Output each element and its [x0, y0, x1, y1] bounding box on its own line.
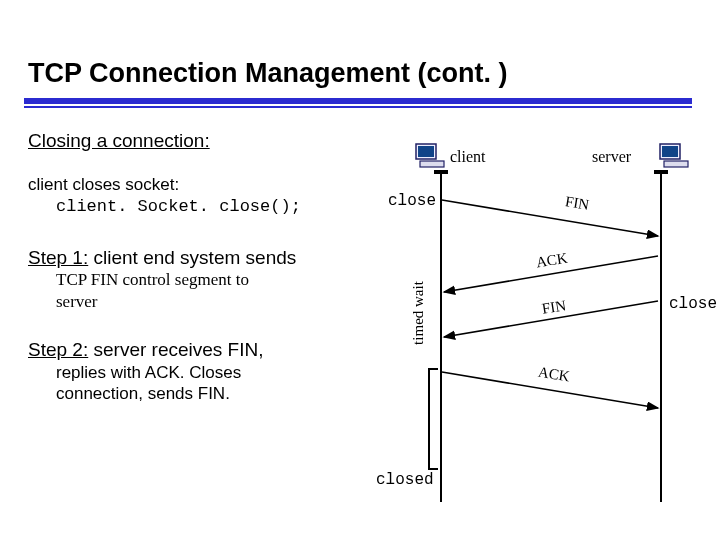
step-1-body-b: server [56, 292, 98, 311]
step-1-label: Step 1: [28, 247, 88, 268]
message-arrows [370, 136, 710, 516]
step-1: Step 1: client end system sends TCP FIN … [28, 246, 358, 312]
step-2-body-a: replies with ACK. Closes [56, 363, 241, 382]
title-underline-thick [24, 98, 692, 104]
step-2-body-b: connection, sends FIN. [56, 384, 230, 403]
step-1-heading: Step 1: client end system sends [28, 247, 296, 268]
title-underline-thin [24, 106, 692, 108]
step-2-tail: server receives FIN, [88, 339, 263, 360]
closing-heading: Closing a connection: [28, 130, 358, 152]
slide-title: TCP Connection Management (cont. ) [28, 58, 700, 89]
sequence-diagram: client server close close closed timed w… [370, 136, 710, 516]
msg-fin-1: FIN [564, 193, 591, 214]
step-2-heading: Step 2: server receives FIN, [28, 339, 263, 360]
client-closes-text: client closes socket: client. Socket. cl… [28, 174, 358, 218]
step-2-label: Step 2: [28, 339, 88, 360]
step-1-tail: client end system sends [88, 247, 296, 268]
step-2: Step 2: server receives FIN, replies wit… [28, 338, 358, 404]
client-closes-code: client. Socket. close(); [56, 197, 301, 216]
slide: TCP Connection Management (cont. ) Closi… [0, 0, 720, 540]
client-closes-line: client closes socket: [28, 175, 179, 194]
left-column: Closing a connection: client closes sock… [28, 130, 358, 404]
svg-line-6 [442, 200, 658, 236]
step-1-body-a: TCP FIN control segment to [56, 270, 249, 289]
